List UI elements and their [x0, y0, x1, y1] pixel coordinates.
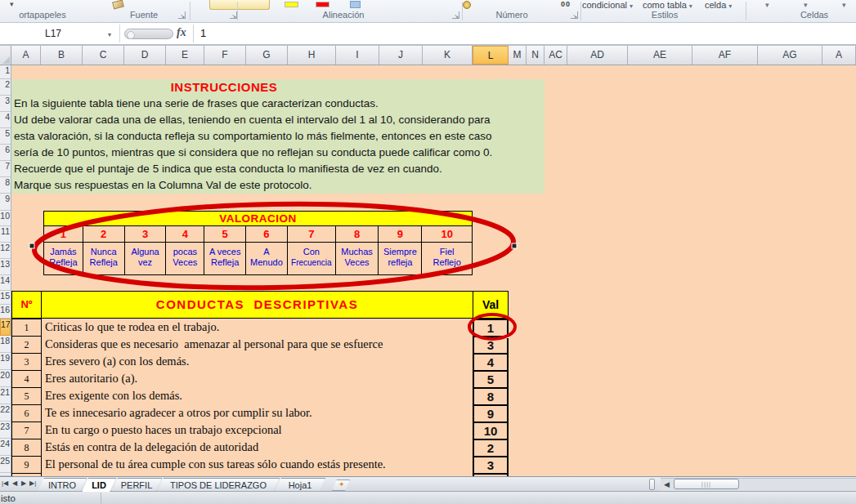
row-header-10[interactable]: 10	[0, 211, 11, 226]
column-header-A[interactable]: A	[11, 46, 41, 65]
valoracion-value-6[interactable]: 6	[246, 226, 288, 243]
scrollbar-thumb[interactable]	[674, 479, 739, 489]
valoracion-value-3[interactable]: 3	[125, 226, 167, 243]
sheet-tab-perfil[interactable]: PERFIL	[111, 478, 162, 492]
conducta-val-8[interactable]: 2	[473, 439, 509, 457]
conducta-num-4[interactable]: 4	[11, 370, 42, 388]
row-header-3[interactable]: 3	[0, 96, 11, 112]
column-header-G[interactable]: G	[246, 46, 288, 65]
ribbon-button-dropdown-icon[interactable]: ▾	[842, 1, 846, 9]
row-header-8[interactable]: 8	[0, 177, 11, 194]
conducta-text-4[interactable]: Eres autoritario (a).	[43, 370, 471, 387]
tab-split-handle[interactable]	[649, 479, 655, 490]
ribbon-button-partial[interactable]	[209, 0, 270, 10]
conducta-num-2[interactable]: 2	[11, 336, 42, 354]
row-header-9[interactable]: 9	[0, 194, 11, 211]
accounting-format-icon[interactable]	[463, 1, 471, 9]
conducta-val-5[interactable]: 8	[473, 387, 509, 406]
row-header-19[interactable]: 19	[0, 353, 11, 370]
conducta-text-5[interactable]: Eres exigente con los demás.	[43, 387, 471, 404]
conducta-text-6[interactable]: Te es innecesario agradecer a otros por …	[43, 404, 471, 421]
valoracion-label-7[interactable]: ConFrecuencia	[288, 243, 336, 274]
row-header-4[interactable]: 4	[0, 112, 11, 128]
conducta-val-6[interactable]: 9	[473, 404, 509, 423]
prev-sheet-button[interactable]: ◀	[12, 479, 17, 487]
valoracion-value-4[interactable]: 4	[166, 226, 204, 243]
sheet-tab-hoja1[interactable]: Hoja1	[275, 478, 325, 492]
conducta-num-7[interactable]: 7	[11, 421, 42, 439]
conducta-num-6[interactable]: 6	[11, 404, 42, 422]
conducta-text-1[interactable]: Criticas lo que te rodea en el trabajo.	[43, 319, 471, 336]
conducta-text-2[interactable]: Consideras que es necesario amenazar al …	[43, 336, 471, 353]
valoracion-label-5[interactable]: A vecesRefleja	[204, 243, 246, 274]
valoracion-label-3[interactable]: Algunavez	[125, 243, 167, 274]
format-painter-icon[interactable]	[112, 0, 124, 10]
conducta-val-9[interactable]: 3	[473, 456, 509, 475]
sheet-tab-intro[interactable]: INTRO	[38, 478, 87, 492]
formula-input[interactable]: 1	[200, 27, 206, 39]
conducta-text-8[interactable]: Estás en contra de la delegación de auto…	[43, 439, 471, 456]
column-header-H[interactable]: H	[288, 46, 336, 65]
first-sheet-button[interactable]: |◀	[2, 479, 8, 487]
dialog-launcher-icon[interactable]	[452, 11, 459, 19]
valoracion-label-9[interactable]: Siemprerefleja	[379, 243, 422, 274]
fill-color-icon[interactable]	[285, 2, 298, 7]
row-header-7[interactable]: 7	[0, 161, 11, 177]
conducta-num-1[interactable]: 1	[11, 319, 42, 337]
valoracion-value-7[interactable]: 7	[288, 226, 336, 243]
column-header-L[interactable]: L	[473, 46, 509, 65]
name-box[interactable]: L17	[0, 23, 106, 44]
column-header-M[interactable]: M	[509, 46, 527, 65]
column-header-J[interactable]: J	[379, 46, 423, 65]
row-header-14[interactable]: 14	[0, 275, 11, 291]
valoracion-value-5[interactable]: 5	[204, 226, 246, 243]
conducta-val-3[interactable]: 4	[473, 353, 509, 372]
conducta-text-3[interactable]: Eres severo (a) con los demás.	[43, 353, 471, 370]
row-header-18[interactable]: 18	[0, 336, 11, 353]
select-all-button[interactable]	[0, 46, 11, 65]
conducta-val-7[interactable]: 10	[473, 421, 509, 440]
row-header-25[interactable]: 25	[0, 456, 11, 473]
name-box-dropdown-icon[interactable]: ▾	[108, 31, 111, 38]
row-header-22[interactable]: 22	[0, 404, 11, 421]
column-header-K[interactable]: K	[423, 46, 473, 65]
style-button-como-tabla[interactable]: como tabla▾	[643, 0, 692, 10]
ribbon-button-dropdown-icon[interactable]: ▾	[804, 1, 808, 9]
insert-function-button[interactable]: fx	[177, 26, 186, 39]
row-header-1[interactable]: 1	[0, 65, 11, 79]
row-header-20[interactable]: 20	[0, 370, 11, 387]
sheet-tab-tipos-de-liderazgo[interactable]: TIPOS DE LIDERAZGO	[157, 478, 280, 492]
column-header-I[interactable]: I	[336, 46, 379, 65]
valoracion-value-1[interactable]: 1	[44, 226, 83, 243]
valoracion-label-2[interactable]: NuncaRefleja	[83, 243, 125, 274]
last-sheet-button[interactable]: ▶|	[29, 479, 36, 487]
row-header-16[interactable]: 16	[0, 305, 11, 319]
valoracion-value-2[interactable]: 2	[83, 226, 125, 243]
dialog-launcher-icon[interactable]	[178, 11, 186, 19]
ribbon-button-dropdown-icon[interactable]: ▾	[765, 1, 769, 9]
row-header-12[interactable]: 12	[0, 243, 11, 259]
valoracion-label-1[interactable]: JamásRefleja	[44, 243, 83, 274]
style-button-condicional[interactable]: condicional▾	[582, 0, 633, 10]
column-header-D[interactable]: D	[124, 46, 166, 65]
conducta-num-9[interactable]: 9	[11, 456, 42, 474]
valoracion-label-8[interactable]: MuchasVeces	[336, 243, 379, 274]
column-header-AE[interactable]: AE	[628, 46, 692, 65]
column-header-C[interactable]: C	[83, 46, 124, 65]
valoracion-label-4[interactable]: pocasVeces	[166, 243, 204, 274]
row-header-11[interactable]: 11	[0, 226, 11, 243]
scroll-left-icon[interactable]: ◀	[664, 480, 670, 488]
paste-dropdown-arrow-icon[interactable]: ▾	[10, 0, 14, 8]
column-header-AF[interactable]: AF	[692, 46, 758, 65]
conducta-val-1[interactable]: 1	[473, 319, 509, 337]
next-sheet-button[interactable]: ▶	[21, 479, 26, 487]
row-header-24[interactable]: 24	[0, 439, 11, 456]
valoracion-label-6[interactable]: AMenudo	[246, 243, 288, 274]
conducta-num-5[interactable]: 5	[11, 387, 42, 405]
insert-sheet-button[interactable]	[332, 479, 350, 491]
column-header-A[interactable]: A	[822, 46, 856, 65]
valoracion-value-10[interactable]: 10	[422, 226, 472, 243]
column-header-B[interactable]: B	[41, 46, 83, 65]
conducta-text-9[interactable]: El personal de tu área cumple con sus ta…	[43, 456, 471, 473]
conducta-num-8[interactable]: 8	[11, 439, 42, 457]
